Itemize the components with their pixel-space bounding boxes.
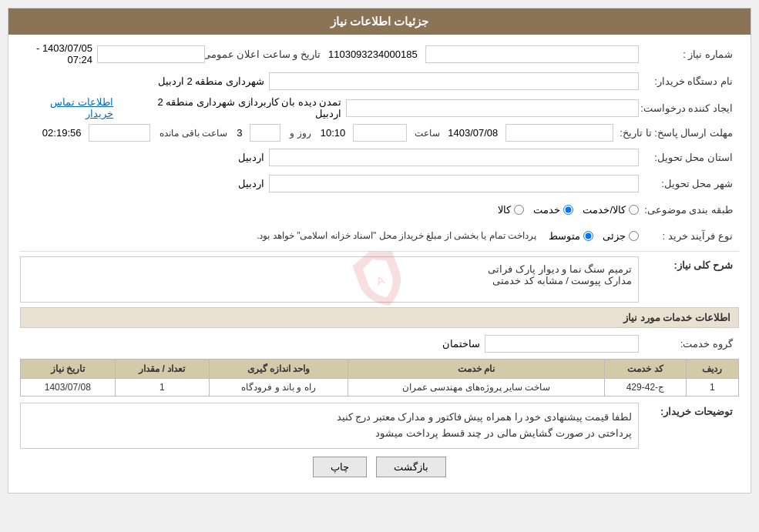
category-kala-khedmat-label: کالا/خدمت [583,204,626,216]
cell-need-date: 1403/07/08 [21,379,116,396]
deadline-label: مهلت ارسال پاسخ: تا تاریخ: [620,127,739,139]
city-row: شهر محل تحویل: اردبیل [20,172,739,194]
service-group-input [485,335,639,353]
service-group-row: گروه خدمت: ساختمان [20,333,739,354]
deadline-days-value: 3 [237,127,245,139]
main-container: جزئیات اطلاعات نیاز شماره نیاز : 1103093… [8,8,751,494]
buyer-notes-line1: لطفا قیمت پیشنهادی خود را همراه پیش فاکت… [27,410,632,426]
services-section-title: اطلاعات خدمات مورد نیاز [20,307,739,328]
city-label: شهر محل تحویل: [639,178,739,189]
category-kala-radio[interactable] [514,205,524,215]
deadline-time-input [353,124,407,142]
page-wrapper: جزئیات اطلاعات نیاز شماره نیاز : 1103093… [0,0,759,501]
buyer-notes-line2: پرداختی در صورت گشایش مالی در چند قسط پر… [27,426,632,442]
service-group-label: گروه خدمت: [639,338,739,350]
buyer-notes-label: توضیحات خریدار: [639,406,739,417]
announce-date-label: تاریخ و ساعت اعلان عمومی: [205,49,328,60]
col-service-name: نام خدمت [348,360,605,379]
purchase-type-jozee-label: جزئی [603,230,626,242]
deadline-days-label: روز و [285,128,315,139]
col-quantity: تعداد / مقدار [115,360,209,379]
cell-service-name: ساخت سایر پروژه‌های مهندسی عمران [348,379,605,396]
category-kala-khedmat-item[interactable]: کالا/خدمت [583,204,639,216]
category-row: طبقه بندی موضوعی: کالا/خدمت خدمت کالا [20,199,739,220]
purchase-type-motavasset-radio[interactable] [583,231,593,241]
buyer-org-label: نام دستگاه خریدار: [639,75,739,87]
service-group-value: ساختمان [442,338,485,350]
category-khedmat-radio[interactable] [563,205,573,215]
deadline-days-input [250,124,280,142]
services-table-header: ردیف کد خدمت نام خدمت واحد اندازه گیری ت… [21,360,739,379]
cell-quantity: 1 [115,379,209,396]
province-row: استان محل تحویل: اردبیل [20,146,739,168]
page-title: جزئیات اطلاعات نیاز [331,15,428,28]
need-number-row: شماره نیاز : 1103093234000185 تاریخ و سا… [20,42,739,65]
deadline-time-label: ساعت [411,128,443,139]
deadline-remaining-input [89,124,150,142]
description-box: ترمیم سنگ نما و دیوار پارک فراتی مدارک پ… [20,256,639,303]
deadline-row: مهلت ارسال پاسخ: تا تاریخ: 1403/07/08 سا… [20,124,739,142]
purchase-type-row: نوع فرآیند خرید : جزئی متوسط پرداخت تمام… [20,225,739,246]
purchase-type-jozee-radio[interactable] [629,231,639,241]
purchase-type-motavasset-item[interactable]: متوسط [549,230,593,242]
category-kala-item[interactable]: کالا [498,204,524,216]
purchase-type-motavasset-label: متوسط [549,230,580,242]
purchase-type-jozee-item[interactable]: جزئی [603,230,639,242]
col-row-num: ردیف [686,360,738,379]
province-label: استان محل تحویل: [639,152,739,163]
buttons-row: بازگشت چاپ [20,457,739,485]
category-kala-khedmat-radio[interactable] [629,205,639,215]
deadline-parts: 1403/07/08 ساعت 10:10 روز و 3 ساعت باقی … [42,124,613,142]
category-khedmat-label: خدمت [533,204,560,216]
cell-unit: راه و باند و فرودگاه [210,379,348,396]
description-label: شرح کلی نیاز: [639,259,739,271]
category-label: طبقه بندی موضوعی: [639,204,739,216]
description-line1: ترمیم سنگ نما و دیوار پارک فراتی [27,263,632,275]
services-table: ردیف کد خدمت نام خدمت واحد اندازه گیری ت… [20,359,739,396]
buyer-notes-box: لطفا قیمت پیشنهادی خود را همراه پیش فاکت… [20,403,639,449]
creator-row: ایجاد کننده درخواست: تمدن دیده بان کاربر… [20,96,739,119]
print-button[interactable]: چاپ [313,457,367,477]
deadline-time-value: 10:10 [321,127,349,139]
back-button[interactable]: بازگشت [376,457,446,477]
description-line2: مدارک پیوست / مشابه کد خدمتی [27,275,632,286]
category-khedmat-item[interactable]: خدمت [533,204,573,216]
category-radio-group: کالا/خدمت خدمت کالا [498,204,639,216]
buyer-org-value: شهرداری منطقه 2 اردبیل [158,75,269,87]
deadline-remaining-label: ساعت باقی مانده [155,128,232,139]
announce-date-input [97,45,205,63]
deadline-date-input [505,124,613,142]
contact-link[interactable]: اطلاعات تماس خریدار [50,96,113,119]
divider1 [20,251,739,252]
purchase-type-radio-group: جزئی متوسط [549,230,639,242]
province-input [269,149,639,166]
page-header: جزئیات اطلاعات نیاز [8,8,751,35]
creator-value: تمدن دیده بان کاربردازی شهرداری منطقه 2 … [129,96,346,119]
need-number-label: شماره نیاز : [639,49,739,60]
cell-row-num: 1 [686,379,738,396]
buyer-notes-row: توضیحات خریدار: لطفا قیمت پیشنهادی خود ر… [20,403,739,449]
deadline-remaining-value: 02:19:56 [42,127,85,139]
buyer-org-row: نام دستگاه خریدار: شهرداری منطقه 2 اردبی… [20,70,739,92]
col-need-date: تاریخ نیاز [21,360,116,379]
need-number-input [425,45,639,63]
col-service-code: کد خدمت [605,360,687,379]
col-unit: واحد اندازه گیری [210,360,348,379]
buyer-org-input [269,72,639,90]
deadline-date-value: 1403/07/08 [448,127,501,139]
table-row: 1 ج-42-429 ساخت سایر پروژه‌های مهندسی عم… [21,379,739,396]
city-value: اردبیل [238,178,269,189]
description-row: شرح کلی نیاز: ترمیم سنگ نما و دیوار پارک… [20,256,739,303]
description-section: A شرح کلی نیاز: ترمیم سنگ نما و دیوار پا… [20,256,739,303]
city-input [269,175,639,192]
purchase-type-note: پرداخت تمام یا بخشی از مبلغ خریداز محل "… [257,230,536,241]
category-kala-label: کالا [498,204,511,216]
creator-label: ایجاد کننده درخواست: [639,102,739,114]
announce-date-value: 1403/07/05 - 07:24 [20,42,97,65]
purchase-type-label: نوع فرآیند خرید : [639,230,739,242]
need-number-value: 1103093234000185 [328,49,425,60]
province-value: اردبیل [238,152,269,163]
creator-input [346,99,639,117]
cell-service-code: ج-42-429 [605,379,687,396]
content-area: شماره نیاز : 1103093234000185 تاریخ و سا… [8,35,751,493]
